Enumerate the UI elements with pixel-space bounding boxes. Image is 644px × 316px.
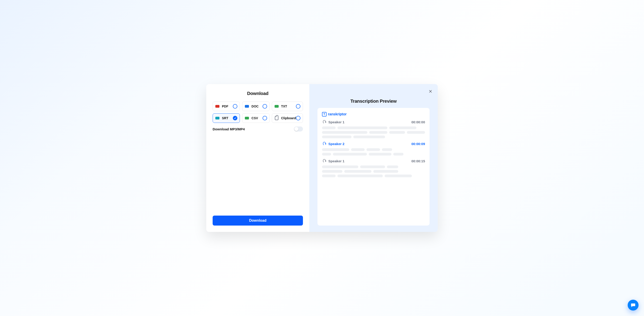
placeholder-bar bbox=[387, 165, 398, 168]
placeholder-bar bbox=[322, 165, 358, 168]
file-type-icon bbox=[245, 105, 249, 108]
placeholder-bar bbox=[351, 148, 365, 151]
placeholder-row bbox=[322, 131, 425, 134]
segment-header: Speaker 1 00:00:00 bbox=[322, 120, 425, 124]
brand-text: ranskriptor bbox=[328, 112, 346, 116]
format-option-csv[interactable]: CSV bbox=[242, 113, 269, 123]
placeholder-bar bbox=[338, 126, 387, 129]
placeholder-bar bbox=[360, 165, 385, 168]
placeholder-bar bbox=[407, 131, 425, 134]
placeholder-bar bbox=[353, 136, 385, 138]
format-option-txt[interactable]: TXT bbox=[272, 102, 303, 111]
preview-card: T ranskriptor Speaker 1 00:00:00 Speaker… bbox=[318, 108, 430, 226]
format-option-clipboard[interactable]: Clipboard bbox=[272, 113, 303, 123]
placeholder-row bbox=[322, 175, 425, 177]
brand-logo-icon: T bbox=[322, 112, 326, 116]
speaker-name: Speaker 1 bbox=[328, 120, 344, 124]
placeholder-bar bbox=[333, 153, 367, 156]
placeholder-row bbox=[322, 136, 425, 138]
format-label: DOC bbox=[252, 104, 258, 108]
placeholder-bar bbox=[382, 148, 392, 151]
format-option-srt[interactable]: SRT bbox=[212, 113, 240, 123]
chat-fab[interactable] bbox=[628, 300, 638, 311]
speaker-name: Speaker 2 bbox=[328, 142, 344, 146]
download-modal: Download PDF DOC TXT SRT bbox=[206, 84, 438, 232]
format-radio[interactable] bbox=[233, 116, 237, 120]
format-radio[interactable] bbox=[262, 116, 267, 120]
format-option-doc[interactable]: DOC bbox=[242, 102, 269, 111]
placeholder-bar bbox=[389, 126, 416, 129]
preview-title: Transcription Preview bbox=[318, 99, 430, 104]
format-label: PDF bbox=[222, 104, 228, 108]
download-mp3-row: Download MP3/MP4 bbox=[212, 126, 303, 131]
preview-pane: Transcription Preview T ranskriptor Spea… bbox=[309, 84, 438, 232]
placeholder-bar bbox=[322, 148, 349, 151]
timestamp: 00:00:00 bbox=[412, 120, 425, 124]
segment-header: Speaker 2 00:00:09 bbox=[322, 141, 425, 146]
placeholder-bar bbox=[366, 148, 380, 151]
transcript-segments: Speaker 1 00:00:00 Speaker 2 00:00:09 Sp… bbox=[322, 120, 425, 177]
clipboard-icon bbox=[275, 116, 278, 120]
placeholder-row bbox=[322, 170, 425, 173]
placeholder-bar bbox=[322, 126, 336, 129]
download-title: Download bbox=[212, 91, 303, 96]
placeholder-bar bbox=[373, 170, 398, 173]
placeholder-bar bbox=[322, 136, 352, 138]
format-radio[interactable] bbox=[296, 104, 300, 109]
placeholder-bar bbox=[322, 153, 331, 156]
placeholder-row bbox=[322, 153, 425, 156]
timestamp: 00:00:09 bbox=[412, 142, 425, 146]
transcript-segment: Speaker 1 00:00:15 bbox=[322, 159, 425, 177]
file-type-icon bbox=[245, 117, 249, 119]
download-pane: Download PDF DOC TXT SRT bbox=[206, 84, 309, 232]
format-label: SRT bbox=[222, 116, 228, 120]
placeholder-text bbox=[322, 126, 425, 138]
format-label: TXT bbox=[281, 104, 287, 108]
speaker-icon bbox=[322, 120, 326, 124]
speaker-icon bbox=[322, 159, 326, 163]
placeholder-bar bbox=[369, 153, 392, 156]
placeholder-row bbox=[322, 165, 425, 168]
format-grid: PDF DOC TXT SRT CSV bbox=[212, 102, 303, 123]
placeholder-bar bbox=[393, 153, 404, 156]
file-type-icon bbox=[215, 117, 220, 119]
placeholder-row bbox=[322, 126, 425, 129]
placeholder-bar bbox=[385, 175, 412, 177]
placeholder-text bbox=[322, 165, 425, 177]
transcript-segment: Speaker 2 00:00:09 bbox=[322, 141, 425, 156]
speaker-name: Speaker 1 bbox=[328, 159, 344, 163]
file-type-icon bbox=[274, 105, 279, 108]
close-button[interactable] bbox=[427, 88, 434, 94]
download-mp3-toggle[interactable] bbox=[294, 126, 303, 131]
placeholder-bar bbox=[389, 131, 405, 134]
file-type-icon bbox=[215, 105, 220, 108]
placeholder-bar bbox=[322, 170, 342, 173]
transcript-segment: Speaker 1 00:00:00 bbox=[322, 120, 425, 138]
format-label: Clipboard bbox=[281, 116, 296, 120]
format-option-pdf[interactable]: PDF bbox=[212, 102, 240, 111]
placeholder-row bbox=[322, 148, 425, 151]
segment-header: Speaker 1 00:00:15 bbox=[322, 159, 425, 163]
format-radio[interactable] bbox=[262, 104, 267, 109]
format-label: CSV bbox=[252, 116, 258, 120]
placeholder-bar bbox=[369, 131, 387, 134]
toggle-knob bbox=[294, 127, 298, 131]
format-radio[interactable] bbox=[296, 116, 300, 120]
placeholder-bar bbox=[344, 170, 372, 173]
format-radio[interactable] bbox=[233, 104, 237, 109]
placeholder-text bbox=[322, 148, 425, 156]
chat-icon bbox=[630, 303, 636, 308]
close-icon bbox=[429, 89, 432, 93]
download-button[interactable]: Download bbox=[212, 216, 303, 226]
download-mp3-label: Download MP3/MP4 bbox=[212, 127, 245, 131]
speaker-icon bbox=[322, 141, 326, 146]
placeholder-bar bbox=[338, 175, 383, 177]
placeholder-bar bbox=[322, 131, 368, 134]
brand: T ranskriptor bbox=[322, 112, 425, 116]
timestamp: 00:00:15 bbox=[412, 159, 425, 163]
placeholder-bar bbox=[322, 175, 336, 177]
